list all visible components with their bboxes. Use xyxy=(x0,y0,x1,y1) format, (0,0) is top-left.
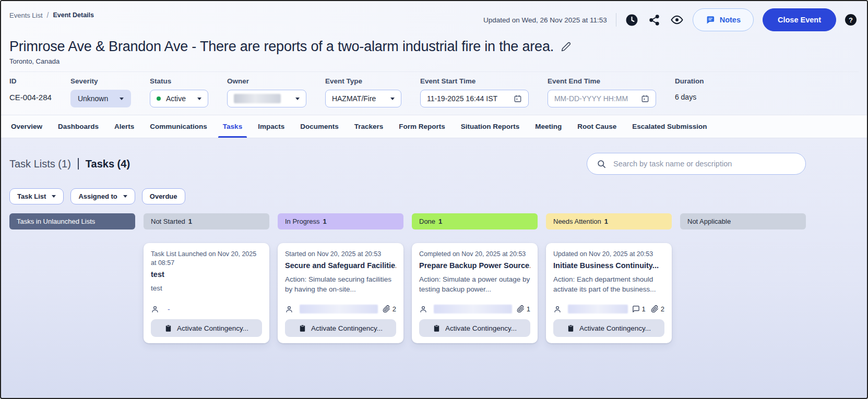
activate-contingency-button[interactable]: Activate Contingency... xyxy=(419,319,530,337)
task-card-footer: 1 xyxy=(419,298,530,313)
kanban-column: In Progress 1 Started on Nov 20, 2025 at… xyxy=(278,213,403,343)
id-value: CE-004-284 xyxy=(9,90,52,102)
attachments-badge[interactable]: 2 xyxy=(651,305,664,313)
notes-button[interactable]: Notes xyxy=(693,8,754,31)
kanban-column-header[interactable]: In Progress 1 xyxy=(278,213,403,229)
kanban-board: Tasks in Unlaunched Lists Not Started 1 … xyxy=(9,213,867,343)
search-input[interactable] xyxy=(613,160,796,168)
eye-icon[interactable] xyxy=(670,13,684,27)
tab-form-reports[interactable]: Form Reports xyxy=(391,115,453,138)
divider xyxy=(616,13,616,27)
tab-overview[interactable]: Overview xyxy=(3,115,50,138)
tab-alerts[interactable]: Alerts xyxy=(106,115,142,138)
tab-situation-reports[interactable]: Situation Reports xyxy=(453,115,528,138)
duration-label: Duration xyxy=(675,77,704,85)
event-meta-row: ID CE-004-284 Severity Unknown Status Ac… xyxy=(9,71,859,115)
kanban-column-header[interactable]: Not Started 1 xyxy=(144,213,269,229)
task-card[interactable]: Started on Nov 20, 2025 at 20:53 Secure … xyxy=(278,243,403,343)
attachments-badge[interactable]: 1 xyxy=(517,305,530,313)
clipboard-icon xyxy=(567,324,575,332)
tab-root-cause[interactable]: Root Cause xyxy=(569,115,624,138)
tab-tasks[interactable]: Tasks xyxy=(215,115,250,138)
chevron-down-icon xyxy=(390,98,395,100)
task-lists-count[interactable]: Task Lists (1) xyxy=(9,158,71,170)
task-card-date: Task List Launched on Nov 20, 2025 at 08… xyxy=(151,250,262,268)
assignee-icon xyxy=(419,305,427,313)
chevron-down-icon xyxy=(120,98,124,100)
start-time-value: 11-19-2025 16:44 IST xyxy=(427,94,497,103)
tasks-count[interactable]: Tasks (4) xyxy=(86,158,130,170)
task-card-title: Prepare Backup Power Source... xyxy=(419,261,530,270)
kanban-column: Needs Attention 1 Updated on Nov 20, 202… xyxy=(546,213,672,343)
tab-trackers[interactable]: Trackers xyxy=(347,115,391,138)
tab-escalated-submission[interactable]: Escalated Submission xyxy=(624,115,715,138)
status-dropdown[interactable]: Active xyxy=(150,90,208,107)
duration-value: 6 days xyxy=(675,90,704,101)
task-search[interactable] xyxy=(587,153,806,175)
task-card-date: Started on Nov 20, 2025 at 20:53 xyxy=(285,250,396,259)
chevron-down-icon xyxy=(52,195,56,198)
owner-redacted-value xyxy=(234,94,281,103)
kanban-column-header[interactable]: Tasks in Unlaunched Lists xyxy=(9,213,135,229)
start-time-field[interactable]: 11-19-2025 16:44 IST xyxy=(420,90,529,107)
task-card-footer: 1 2 xyxy=(553,298,664,313)
event-header: Events List / Event Details Updated on W… xyxy=(1,1,867,115)
tab-dashboards[interactable]: Dashboards xyxy=(50,115,106,138)
kanban-column: Done 1 Completed on Nov 20, 2025 at 20:5… xyxy=(412,213,538,343)
task-card[interactable]: Updated on Nov 20, 2025 at 20:53 Initiat… xyxy=(546,243,672,343)
clock-icon[interactable] xyxy=(625,13,639,27)
filter-assigned-to[interactable]: Assigned to xyxy=(70,188,135,204)
id-label: ID xyxy=(9,77,52,85)
meta-owner: Owner xyxy=(227,77,306,107)
kanban-column-header[interactable]: Done 1 xyxy=(412,213,538,229)
edit-title-icon[interactable] xyxy=(561,42,571,52)
share-icon[interactable] xyxy=(648,13,661,27)
notes-button-label: Notes xyxy=(720,16,741,24)
task-card-description: Action: Simulate securing facilities by … xyxy=(285,274,396,295)
task-card[interactable]: Task List Launched on Nov 20, 2025 at 08… xyxy=(144,243,269,343)
close-event-button[interactable]: Close Event xyxy=(763,8,836,31)
filter-task-list[interactable]: Task List xyxy=(9,188,64,204)
meta-status: Status Active xyxy=(150,77,208,107)
task-card-description: Action: Each department should activate … xyxy=(553,274,664,295)
filter-overdue[interactable]: Overdue xyxy=(142,188,185,204)
severity-label: Severity xyxy=(70,77,131,85)
search-icon xyxy=(597,159,607,169)
owner-label: Owner xyxy=(227,77,306,85)
clipboard-icon xyxy=(299,324,306,332)
comments-badge[interactable]: 1 xyxy=(632,305,646,313)
tab-meeting[interactable]: Meeting xyxy=(527,115,569,138)
event-type-label: Event Type xyxy=(325,77,401,85)
event-details-window: Events List / Event Details Updated on W… xyxy=(0,0,868,399)
close-event-label: Close Event xyxy=(778,16,821,24)
kanban-column: Not Applicable xyxy=(680,213,806,229)
attachments-badge[interactable]: 2 xyxy=(383,305,396,313)
task-card-footer: 2 xyxy=(285,298,396,313)
tab-impacts[interactable]: Impacts xyxy=(250,115,292,138)
breadcrumb-events-list[interactable]: Events List xyxy=(9,11,43,19)
tab-communications[interactable]: Communications xyxy=(142,115,215,138)
card-badges: 2 xyxy=(383,305,396,313)
task-card[interactable]: Completed on Nov 20, 2025 at 20:53 Prepa… xyxy=(412,243,538,343)
assignee-icon xyxy=(151,305,159,313)
meta-severity: Severity Unknown xyxy=(70,77,131,107)
breadcrumb-event-details: Event Details xyxy=(53,11,94,19)
severity-value: Unknown xyxy=(78,94,108,103)
event-type-dropdown[interactable]: HAZMAT/Fire xyxy=(325,90,401,107)
kanban-column-header[interactable]: Needs Attention 1 xyxy=(546,213,672,229)
activate-contingency-button[interactable]: Activate Contingency... xyxy=(285,319,396,337)
activate-contingency-button[interactable]: Activate Contingency... xyxy=(151,319,262,337)
tab-documents[interactable]: Documents xyxy=(292,115,347,138)
chevron-down-icon xyxy=(123,195,127,198)
help-icon[interactable]: ? xyxy=(845,14,857,26)
tasks-summary: Task Lists (1) Tasks (4) xyxy=(9,158,130,170)
kanban-column-header[interactable]: Not Applicable xyxy=(680,213,806,229)
severity-dropdown[interactable]: Unknown xyxy=(70,90,131,107)
status-value: Active xyxy=(166,94,186,103)
end-time-field[interactable]: MM-DD-YYYY HH:MM xyxy=(548,90,656,107)
card-badges: 1 2 xyxy=(632,305,664,313)
chat-icon xyxy=(706,15,715,25)
end-time-placeholder: MM-DD-YYYY HH:MM xyxy=(554,94,628,103)
owner-dropdown[interactable] xyxy=(227,90,306,107)
activate-contingency-button[interactable]: Activate Contingency... xyxy=(553,319,664,337)
